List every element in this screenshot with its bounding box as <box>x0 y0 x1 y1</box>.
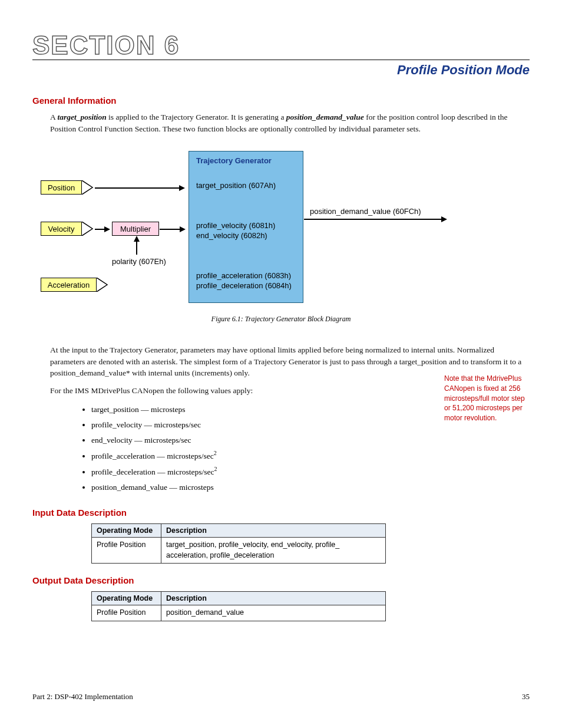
td-mode: Profile Position <box>92 538 161 564</box>
chevron-icon <box>82 222 95 236</box>
heading-general-information: General Information <box>32 95 530 106</box>
unit-profile-acceleration: profile_acceleration — microsteps/sec2 <box>91 447 530 463</box>
th-description: Description <box>161 524 386 538</box>
output-data-table: Operating Mode Description Profile Posit… <box>91 591 386 621</box>
th-operating-mode: Operating Mode <box>92 524 161 538</box>
tg-profile-deceleration: profile_deceleration (6084h) <box>196 281 292 290</box>
arrow-icon <box>160 229 181 230</box>
footer-left: Part 2: DSP-402 Implementation <box>32 692 133 701</box>
sidebar-note: Note that the MdrivePlus CANopen is fixe… <box>444 374 530 423</box>
section-heading: SECTION 6 <box>32 32 530 58</box>
footer-page-number: 35 <box>522 692 530 701</box>
th-description: Description <box>161 592 386 605</box>
trajectory-generator-box: Trajectory Generator target_position (60… <box>189 151 303 303</box>
heading-output-data: Output Data Description <box>32 575 530 585</box>
td-mode: Profile Position <box>92 605 161 621</box>
position-box: Position <box>41 180 82 195</box>
th-operating-mode: Operating Mode <box>92 592 161 605</box>
tg-row-acceleration: profile_acceleration (6083h) profile_dec… <box>196 271 296 291</box>
tg-profile-acceleration: profile_acceleration (6083h) <box>196 271 291 280</box>
trajectory-generator-diagram: Trajectory Generator target_position (60… <box>32 151 530 304</box>
intro-paragraph: A target_position is applied to the Traj… <box>50 111 530 134</box>
figure-caption: Figure 6.1: Trajectory Generator Block D… <box>32 315 530 324</box>
page-title: Profile Position Mode <box>32 62 530 78</box>
unit-profile-deceleration: profile_deceleration — microsteps/sec2 <box>91 463 530 479</box>
td-desc: position_demand_value <box>161 605 386 621</box>
arrow-icon <box>304 219 442 220</box>
multiplier-box: Multiplier <box>112 222 159 236</box>
term-target-position: target_position <box>57 113 106 121</box>
chevron-icon <box>82 180 95 195</box>
tg-profile-velocity: profile_velocity (6081h) <box>196 221 275 230</box>
td-desc: target_position, profile_velocity, end_v… <box>161 538 386 564</box>
chevron-icon <box>97 278 110 292</box>
arrow-icon <box>95 229 105 230</box>
tg-row-velocity: profile_velocity (6081h) end_velocity (6… <box>196 220 296 241</box>
tg-end-velocity: end_velocity (6082h) <box>196 231 267 240</box>
tg-row-target-position: target_position (607Ah) <box>196 180 296 191</box>
arrow-icon <box>95 187 180 189</box>
input-data-table: Operating Mode Description Profile Posit… <box>91 523 386 564</box>
term-position-demand-value: position_demand_value <box>286 113 364 121</box>
page-footer: Part 2: DSP-402 Implementation 35 <box>32 692 530 701</box>
arrow-up-icon <box>136 241 137 255</box>
velocity-box: Velocity <box>41 222 82 236</box>
unit-end-velocity: end_velocity — microsteps/sec <box>91 433 530 448</box>
acceleration-box: Acceleration <box>41 278 97 292</box>
unit-position-demand-value: position_demand_value — microsteps <box>91 480 530 495</box>
horizontal-rule <box>32 60 530 60</box>
output-label: position_demand_value (60FCh) <box>310 207 421 216</box>
polarity-label: polarity (607Eh) <box>112 257 166 266</box>
heading-input-data: Input Data Description <box>32 508 530 518</box>
tg-title: Trajectory Generator <box>196 156 296 165</box>
